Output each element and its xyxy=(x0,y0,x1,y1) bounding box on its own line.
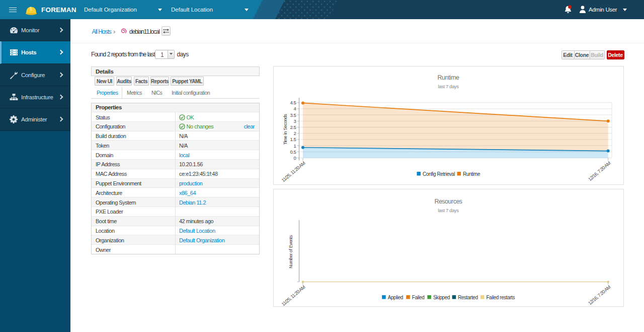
svg-text:last 7 days: last 7 days xyxy=(438,84,459,89)
svg-text:Failed restarts: Failed restarts xyxy=(486,295,515,300)
svg-text:Failed: Failed xyxy=(412,295,425,300)
svg-text:11/25, 11:20 AM: 11/25, 11:20 AM xyxy=(280,160,306,183)
svg-text:last 7 days: last 7 days xyxy=(438,208,459,213)
svg-text:3.5: 3.5 xyxy=(290,112,296,118)
svg-text:Number of Events: Number of Events xyxy=(288,235,293,269)
svg-text:Resources: Resources xyxy=(434,198,462,205)
svg-text:Applied: Applied xyxy=(388,295,403,300)
svg-text:Restarted: Restarted xyxy=(458,295,477,300)
svg-text:Runtime: Runtime xyxy=(463,171,480,177)
svg-text:2.5: 2.5 xyxy=(290,124,296,130)
svg-text:Skipped: Skipped xyxy=(433,295,450,300)
svg-text:4.5: 4.5 xyxy=(290,100,296,105)
svg-text:3: 3 xyxy=(294,118,296,124)
svg-text:12/16, 7:20 AM: 12/16, 7:20 AM xyxy=(587,284,612,306)
svg-text:2: 2 xyxy=(294,130,296,136)
svg-text:0: 0 xyxy=(294,155,296,161)
svg-text:11/25, 11:20 AM: 11/25, 11:20 AM xyxy=(280,284,306,307)
svg-text:4: 4 xyxy=(294,106,296,111)
svg-text:Config Retrieval: Config Retrieval xyxy=(423,171,455,177)
svg-text:1: 1 xyxy=(294,143,296,149)
svg-text:0.5: 0.5 xyxy=(290,149,296,155)
svg-text:Runtime: Runtime xyxy=(437,74,459,81)
svg-text:12/16, 7:20 AM: 12/16, 7:20 AM xyxy=(587,160,612,182)
svg-text:1.5: 1.5 xyxy=(290,137,296,142)
svg-text:Time in Seconds: Time in Seconds xyxy=(283,114,288,145)
